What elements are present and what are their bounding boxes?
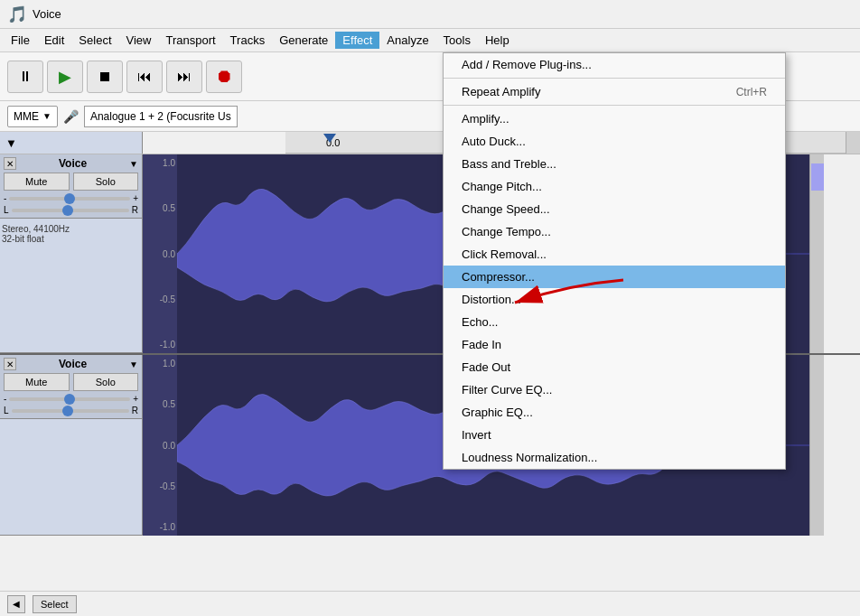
track-controls-1: Mute Solo <box>4 173 138 191</box>
app-icon: 🎵 <box>7 5 27 24</box>
menu-help[interactable]: Help <box>478 32 517 49</box>
menu-view[interactable]: View <box>119 32 159 49</box>
solo-button-1[interactable]: Solo <box>73 173 139 191</box>
record-button[interactable]: ⏺ <box>206 61 242 93</box>
mute-button-2[interactable]: Mute <box>4 373 70 391</box>
track-panel-1: ✕ Voice ▼ Mute Solo - + L <box>0 154 143 353</box>
menu-change-pitch[interactable]: Change Pitch... <box>444 175 785 198</box>
skip-forward-icon: ⏭ <box>177 69 192 85</box>
track-scroll-thumb-1[interactable] <box>811 163 824 191</box>
menu-change-tempo[interactable]: Change Tempo... <box>444 220 785 243</box>
skip-back-button[interactable]: ⏮ <box>126 61 163 93</box>
track-controls-2: Mute Solo <box>4 373 138 391</box>
menu-amplify[interactable]: Amplify... <box>444 107 785 130</box>
solo-button-2[interactable]: Solo <box>73 373 139 391</box>
title-bar: 🎵 Voice <box>0 0 860 29</box>
driver-select[interactable]: MME ▼ <box>7 106 58 127</box>
app-title: Voice <box>33 7 61 21</box>
menu-change-speed[interactable]: Change Speed... <box>444 198 785 220</box>
y-label-2-2: 0.0 <box>163 441 175 451</box>
track-name-row-1: ✕ Voice ▼ <box>4 157 138 170</box>
track-fold-icon[interactable]: ▼ <box>5 136 17 150</box>
status-bar: ◀ Select <box>0 591 860 616</box>
menu-tracks[interactable]: Tracks <box>223 32 273 49</box>
track-close-button-2[interactable]: ✕ <box>4 358 16 370</box>
menu-select[interactable]: Select <box>71 32 118 49</box>
menu-echo[interactable]: Echo... <box>444 311 785 333</box>
menu-item-label: Bass and Treble... <box>462 157 556 171</box>
menu-divider-1 <box>444 78 785 79</box>
menu-repeat-amplify[interactable]: Repeat Amplify Ctrl+R <box>444 80 785 103</box>
volume-row-2: - + <box>4 394 138 404</box>
track-dropdown-2[interactable]: ▼ <box>129 359 138 369</box>
pan-row-2: L R <box>4 406 138 415</box>
menu-filter-curve[interactable]: Filter Curve EQ... <box>444 378 785 401</box>
record-icon: ⏺ <box>215 66 233 87</box>
scroll-left-button[interactable]: ◀ <box>7 595 25 613</box>
menu-item-label: Click Removal... <box>462 247 547 261</box>
menu-file[interactable]: File <box>4 32 37 49</box>
menu-analyze[interactable]: Analyze <box>379 32 435 49</box>
input-device-display: Analogue 1 + 2 (Focusrite Us <box>84 106 238 127</box>
track-dropdown-1[interactable]: ▼ <box>129 159 138 169</box>
stop-button[interactable]: ⏹ <box>87 61 123 93</box>
menu-item-label: Distortion... <box>462 293 521 306</box>
y-label-1-0: 1.0 <box>163 158 175 168</box>
menu-bar: File Edit Select View Transport Tracks G… <box>0 29 860 52</box>
menu-item-label: Change Pitch... <box>462 180 542 193</box>
menu-item-label: Filter Curve EQ... <box>462 383 552 397</box>
menu-generate[interactable]: Generate <box>272 32 335 49</box>
menu-graphic-eq[interactable]: Graphic EQ... <box>444 401 785 424</box>
menu-click-removal[interactable]: Click Removal... <box>444 243 785 266</box>
y-label-1-1: 0.5 <box>163 203 175 213</box>
pan-row-1: L R <box>4 205 138 215</box>
menu-divider-2 <box>444 105 785 106</box>
track-name-row-2: ✕ Voice ▼ <box>4 358 138 370</box>
microphone-icon: 🎤 <box>63 109 79 124</box>
play-button[interactable]: ▶ <box>47 61 83 93</box>
menu-auto-duck[interactable]: Auto Duck... <box>444 130 785 153</box>
pan-right-1: R <box>132 205 138 215</box>
track-panel-2: ✕ Voice ▼ Mute Solo - + L <box>0 355 143 536</box>
volume-slider-2[interactable] <box>9 397 130 401</box>
mute-button-1[interactable]: Mute <box>4 173 70 191</box>
pan-left-1: L <box>4 205 9 215</box>
skip-forward-button[interactable]: ⏭ <box>166 61 202 93</box>
pause-icon: ⏸ <box>18 69 33 85</box>
pan-thumb-2 <box>62 406 73 416</box>
stop-icon: ⏹ <box>98 69 112 85</box>
right-scrollbar-top <box>846 132 860 154</box>
menu-item-label: Add / Remove Plug-ins... <box>462 58 592 71</box>
menu-compressor[interactable]: Compressor... <box>444 266 785 288</box>
menu-effect[interactable]: Effect <box>335 32 379 49</box>
volume-slider-1[interactable] <box>9 197 130 201</box>
y-label-1-4: -1.0 <box>160 340 175 350</box>
y-label-1-3: -0.5 <box>160 294 175 304</box>
menu-tools[interactable]: Tools <box>436 32 478 49</box>
menu-item-label: Change Tempo... <box>462 225 551 238</box>
menu-fade-in[interactable]: Fade In <box>444 333 785 356</box>
menu-item-label: Loudness Normalization... <box>462 451 597 464</box>
menu-fade-out[interactable]: Fade Out <box>444 356 785 378</box>
menu-invert[interactable]: Invert <box>444 424 785 446</box>
y-label-2-4: -1.0 <box>160 522 175 532</box>
track-header-2: ✕ Voice ▼ Mute Solo - + L <box>0 355 142 419</box>
menu-add-remove-plugins[interactable]: Add / Remove Plug-ins... <box>444 53 785 76</box>
volume-thumb-2 <box>64 394 75 405</box>
menu-item-label: Echo... <box>462 315 498 329</box>
menu-bass-treble[interactable]: Bass and Treble... <box>444 153 785 175</box>
track-scrollbar-1 <box>809 154 824 353</box>
track-close-button-1[interactable]: ✕ <box>4 157 16 170</box>
menu-distortion[interactable]: Distortion... <box>444 288 785 311</box>
volume-row-1: - + <box>4 193 138 203</box>
pan-thumb-1 <box>62 205 73 216</box>
menu-item-label: Invert <box>462 428 491 442</box>
pause-button[interactable]: ⏸ <box>7 61 43 93</box>
track-name-2: Voice <box>16 358 129 370</box>
select-button[interactable]: Select <box>33 595 77 613</box>
menu-transport[interactable]: Transport <box>158 32 222 49</box>
menu-edit[interactable]: Edit <box>37 32 71 49</box>
pan-slider-1[interactable] <box>12 209 129 212</box>
pan-slider-2[interactable] <box>12 409 129 413</box>
menu-loudness-normalization[interactable]: Loudness Normalization... <box>444 446 785 469</box>
